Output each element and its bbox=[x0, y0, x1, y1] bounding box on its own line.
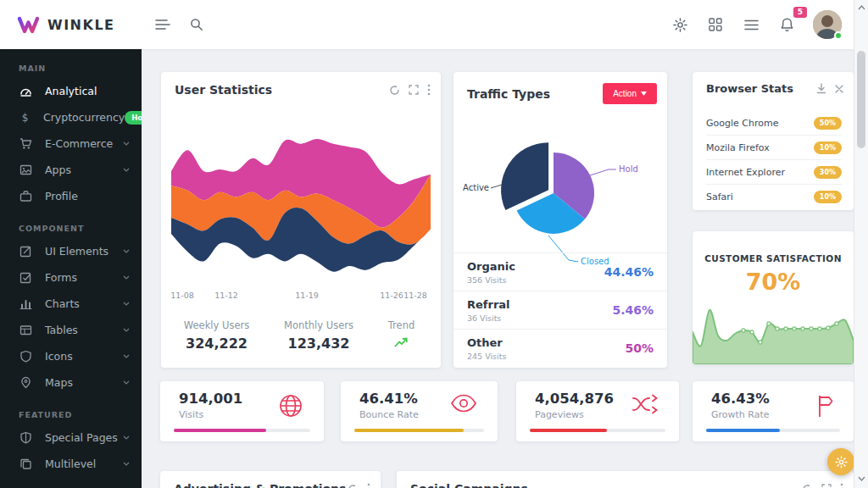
sidebar-item-icons[interactable]: Icons bbox=[0, 343, 142, 369]
kebab-menu-icon[interactable] bbox=[367, 483, 370, 488]
traffic-visits: 245 Visits bbox=[467, 352, 506, 361]
stat-value: 914,001 bbox=[179, 391, 242, 407]
sidebar-section-component: COMPONENT bbox=[0, 209, 142, 238]
sidebar-item-ecommerce[interactable]: E-Commerce bbox=[0, 130, 142, 157]
close-icon[interactable] bbox=[835, 85, 843, 93]
card-title: Traffic Types bbox=[467, 87, 550, 101]
browser-row-safari[interactable]: Safari 10% bbox=[706, 185, 842, 209]
stat-value: 4,054,876 bbox=[535, 391, 614, 407]
scroll-up-arrow[interactable] bbox=[854, 2, 868, 14]
sidebar-item-label: Special Pages bbox=[45, 431, 123, 444]
scrollbar-thumb[interactable] bbox=[857, 51, 865, 148]
card-title: Social Campaigns bbox=[410, 482, 528, 488]
traffic-name: Organic bbox=[467, 260, 515, 273]
sidebar-item-forms[interactable]: Forms bbox=[0, 264, 142, 291]
apps-grid-button[interactable] bbox=[701, 10, 730, 39]
expand-icon[interactable] bbox=[821, 484, 832, 488]
pageviews-stat-card: 4,054,876 Pageviews bbox=[516, 381, 679, 441]
browser-row-firefox[interactable]: Mozila Firefox 10% bbox=[706, 136, 842, 160]
hot-badge: Hot bbox=[125, 111, 142, 125]
chevron-down-icon bbox=[123, 275, 130, 280]
traffic-name: Refrral bbox=[467, 298, 510, 311]
traffic-row-refrral[interactable]: Refrral 36 Visits 5.46% bbox=[453, 291, 667, 329]
browser-row-chrome[interactable]: Google Chrome 50% bbox=[706, 111, 842, 136]
browser-row-ie[interactable]: Internet Explorer 30% bbox=[706, 160, 842, 185]
table-icon bbox=[19, 324, 33, 336]
pie-label-hold: Hold bbox=[619, 164, 638, 174]
image-icon bbox=[19, 164, 33, 176]
brand-logo[interactable]: WINKLE bbox=[0, 15, 142, 35]
traffic-visits: 36 Visits bbox=[467, 313, 510, 323]
refresh-icon[interactable] bbox=[348, 484, 359, 488]
customer-satisfaction-title: CUSTOMER SATISFACTION bbox=[693, 253, 854, 263]
visits-stat-card: 914,001 Visits bbox=[160, 381, 324, 441]
monthly-users-stat: Monthly Users 123,432 bbox=[272, 319, 365, 352]
search-icon bbox=[190, 18, 203, 31]
sidebar-item-tables[interactable]: Tables bbox=[0, 317, 142, 343]
sidebar-item-label: UI Elements bbox=[45, 245, 123, 258]
kebab-menu-icon[interactable] bbox=[840, 483, 843, 488]
kebab-menu-icon[interactable] bbox=[427, 84, 431, 96]
traffic-row-other[interactable]: Other 245 Visits 50% bbox=[453, 329, 667, 367]
sidebar-toggle-button[interactable] bbox=[148, 10, 177, 39]
sidebar-item-apps[interactable]: Apps bbox=[0, 157, 142, 183]
bar-chart-icon bbox=[19, 297, 33, 310]
sidebar-item-profile[interactable]: Profile bbox=[0, 183, 142, 209]
trend-up-icon bbox=[394, 337, 409, 348]
chevron-down-icon bbox=[123, 462, 130, 466]
trend-label: Trend bbox=[365, 319, 437, 331]
sidebar-item-ui-elements[interactable]: UI Elements bbox=[0, 238, 142, 264]
scroll-down-arrow[interactable] bbox=[854, 473, 868, 485]
chevron-down-icon bbox=[123, 141, 130, 146]
traffic-row-organic[interactable]: Organic 356 Visits 44.46% bbox=[453, 252, 667, 291]
refresh-icon[interactable] bbox=[389, 85, 400, 96]
map-pin-icon bbox=[19, 376, 33, 389]
progress-track bbox=[174, 429, 310, 432]
search-button[interactable] bbox=[182, 10, 211, 39]
signpost-icon bbox=[810, 393, 833, 422]
action-dropdown-button[interactable]: Action bbox=[603, 83, 657, 104]
sidebar-item-maps[interactable]: Maps bbox=[0, 369, 142, 396]
sidebar-item-multilevel[interactable]: Multilevel bbox=[0, 451, 142, 477]
browser-stats-list: Google Chrome 50% Mozila Firefox 10% Int… bbox=[706, 111, 842, 209]
traffic-types-card: Traffic Types Action Hold Active Closed … bbox=[453, 72, 667, 368]
monthly-users-value: 123,432 bbox=[272, 336, 365, 352]
card-title: Advertising & Promotions bbox=[174, 482, 346, 488]
browser-name: Mozila Firefox bbox=[706, 142, 770, 153]
download-icon[interactable] bbox=[816, 83, 826, 94]
pencil-square-icon bbox=[19, 245, 33, 258]
settings-button[interactable] bbox=[665, 10, 694, 39]
user-avatar[interactable] bbox=[813, 10, 842, 39]
sidebar: MAIN Analytical $ Cryptocurrency Hot E-C… bbox=[0, 49, 142, 488]
sidebar-item-charts[interactable]: Charts bbox=[0, 291, 142, 317]
sidebar-item-label: Analytical bbox=[45, 85, 130, 97]
notifications-button[interactable]: 5 bbox=[772, 10, 801, 39]
browser-stats-card: Browser Stats Google Chrome 50% Mozila F… bbox=[693, 72, 854, 210]
traffic-percent: 5.46% bbox=[612, 303, 654, 317]
floating-settings-button[interactable] bbox=[827, 448, 854, 475]
stat-value: 46.43% bbox=[711, 391, 770, 407]
browser-percent-badge: 50% bbox=[814, 117, 842, 130]
customer-satisfaction-value: 70% bbox=[693, 269, 854, 295]
sidebar-item-label: Apps bbox=[45, 164, 123, 176]
action-button-label: Action bbox=[613, 89, 637, 98]
traffic-name: Other bbox=[467, 336, 506, 349]
page-scrollbar[interactable] bbox=[854, 0, 868, 488]
user-statistics-streamgraph bbox=[171, 123, 431, 284]
online-status-dot bbox=[834, 31, 843, 40]
shuffle-icon bbox=[632, 393, 659, 419]
sidebar-item-special-pages[interactable]: Special Pages bbox=[0, 424, 142, 451]
layers-icon bbox=[19, 458, 33, 470]
expand-icon[interactable] bbox=[409, 85, 419, 95]
chevron-down-icon bbox=[123, 354, 130, 358]
sidebar-item-cryptocurrency[interactable]: $ Cryptocurrency Hot bbox=[0, 104, 142, 130]
x-axis-tick: 11-12 bbox=[214, 291, 238, 300]
refresh-icon[interactable] bbox=[802, 484, 813, 488]
menu-lines-button[interactable] bbox=[737, 10, 765, 39]
progress-track bbox=[530, 429, 665, 432]
bell-icon bbox=[780, 17, 794, 32]
winkle-dashboard: WINKLE bbox=[0, 0, 868, 488]
trend-stat: Trend bbox=[365, 319, 437, 352]
sidebar-item-analytical[interactable]: Analytical bbox=[0, 78, 142, 104]
chevron-down-icon bbox=[123, 380, 130, 385]
